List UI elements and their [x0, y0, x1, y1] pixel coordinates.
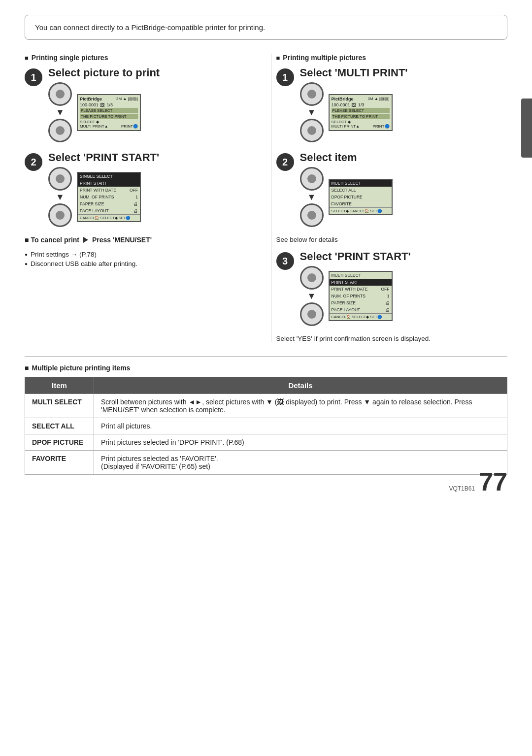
arrow-down-left-s2: ▼: [56, 193, 65, 201]
dial-top-right-s3: [300, 266, 324, 290]
step1-title-right: Select 'MULTI PRINT': [300, 66, 508, 79]
dial-top-left-s2: [48, 167, 72, 191]
arrow-down-right-s3: ▼: [307, 292, 316, 300]
dial-col-right-s1: ▼: [300, 82, 324, 142]
step2-number-left: 2: [25, 153, 42, 171]
dial-bottom-left-s1: [48, 119, 72, 142]
step1-content-right: Select 'MULTI PRINT' ▼: [300, 66, 508, 142]
arrow-right-icon: [83, 237, 88, 243]
right-sidebar-accent: [521, 99, 532, 158]
step1-title-left: Select picture to print: [48, 66, 256, 79]
see-below-text: See below for details: [276, 236, 508, 243]
right-section-heading: Printing multiple pictures: [276, 54, 508, 62]
item-cell-3: FAVORITE: [25, 451, 94, 475]
lcd-menu-left-s2: SINGLE SELECT PRINT START PRINT WITH DAT…: [77, 172, 141, 222]
top-note-text: You can connect directly to a PictBridge…: [35, 23, 265, 32]
step3-content-right: Select 'PRINT START' ▼: [300, 250, 508, 326]
step2-dial-screen-left: ▼ SINGLE SELECT PRINT START: [48, 167, 256, 227]
cancel-block: To cancel print Press 'MENU/SET': [25, 236, 256, 244]
dial-col-right-s2: ▼: [300, 167, 324, 227]
dial-bottom-left-s2: [48, 203, 72, 227]
details-cell-1: Print all pictures.: [94, 418, 507, 434]
right-step2: 2 Select item ▼: [276, 151, 508, 227]
bullet-item-1: Print settings → (P.78): [25, 251, 256, 258]
item-cell-2: DPOF PICTURE: [25, 434, 94, 451]
table-row: DPOF PICTURE Print pictures selected in …: [25, 434, 507, 451]
lcd-menu-right-s2: MULTI SELECT SELECT ALL DPOF PICTURE FAV…: [329, 179, 393, 215]
bullet-item-2: Disconnect USB cable after printing.: [25, 260, 256, 267]
step2-content-right: Select item ▼: [300, 151, 508, 227]
step1-content-left: Select picture to print ▼: [48, 66, 256, 142]
step2-title-right: Select item: [300, 151, 508, 164]
details-cell-3: Print pictures selected as 'FAVORITE'. (…: [94, 451, 507, 475]
page-container: You can connect directly to a PictBridge…: [0, 0, 532, 504]
step1-dial-screen-right: ▼ PictBridge 3M ▲ [▨▨] 100-0001 🖼 1/3: [300, 82, 508, 142]
arrow-down-right-s2: ▼: [307, 193, 316, 201]
dial-col-right-s3: ▼: [300, 266, 324, 326]
right-step1: 1 Select 'MULTI PRINT' ▼: [276, 66, 508, 142]
item-cell-1: SELECT ALL: [25, 418, 94, 434]
two-col-layout: Printing single pictures 1 Select pictur…: [25, 54, 507, 342]
step2-content-left: Select 'PRINT START' ▼: [48, 151, 256, 227]
select-yes-text: Select 'YES' if print confirmation scree…: [276, 335, 508, 342]
lcd-right-s1: PictBridge 3M ▲ [▨▨] 100-0001 🖼 1/3 PLEA…: [329, 94, 393, 131]
dial-top-right-s2: [300, 167, 324, 191]
dial-bottom-right-s3: [300, 302, 324, 326]
details-cell-2: Print pictures selected in 'DPOF PRINT'.…: [94, 434, 507, 451]
right-step3: 3 Select 'PRINT START' ▼: [276, 250, 508, 326]
bullet-list: Print settings → (P.78) Disconnect USB c…: [25, 251, 256, 267]
lcd-menu-header-right-s2: MULTI SELECT: [330, 180, 392, 187]
footer-page: 77: [479, 469, 507, 494]
step3-title-right: Select 'PRINT START': [300, 250, 508, 263]
col-header-item: Item: [25, 377, 94, 394]
step2-number-right: 2: [276, 153, 294, 171]
dial-top-left-s1: [48, 82, 72, 106]
details-table: Item Details MULTI SELECT Scroll between…: [25, 377, 507, 475]
dial-top-right-s1: [300, 82, 324, 106]
arrow-down-left-s1: ▼: [56, 108, 65, 117]
footer-code: VQT1B61: [449, 485, 475, 492]
top-note: You can connect directly to a PictBridge…: [25, 15, 507, 40]
arrow-down-right-s1: ▼: [307, 108, 316, 117]
dial-bottom-right-s2: [300, 203, 324, 227]
col-right: Printing multiple pictures 1 Select 'MUL…: [271, 54, 508, 342]
dial-bottom-right-s1: [300, 119, 324, 142]
left-step1: 1 Select picture to print ▼: [25, 66, 256, 142]
lcd-left-s1: PictBridge 3M ▲ [▨▨] 100-0001 🖼 1/3 PLEA…: [77, 94, 141, 131]
left-step2: 2 Select 'PRINT START' ▼: [25, 151, 256, 227]
step3-number-right: 3: [276, 252, 294, 270]
step1-number-left: 1: [25, 68, 42, 86]
table-section: Multiple picture printing items Item Det…: [25, 356, 507, 475]
col-header-details: Details: [94, 377, 507, 394]
step3-dial-screen-right: ▼ MULTI SELECT PRINT START: [300, 266, 508, 326]
step1-number-right: 1: [276, 68, 294, 86]
dial-col-left-s2: ▼: [48, 167, 72, 227]
cancel-heading: To cancel print Press 'MENU/SET': [25, 236, 256, 244]
table-row: MULTI SELECT Scroll between pictures wit…: [25, 394, 507, 418]
left-section-heading: Printing single pictures: [25, 54, 256, 62]
col-left: Printing single pictures 1 Select pictur…: [25, 54, 261, 342]
step2-dial-screen-right: ▼ MULTI SELECT SELECT ALL: [300, 167, 508, 227]
details-cell-0: Scroll between pictures with ◄►, select …: [94, 394, 507, 418]
page-footer: VQT1B61 77: [449, 469, 507, 494]
dial-col-left-s1: ▼: [48, 82, 72, 142]
step1-dial-screen-left: ▼ PictBridge 3M ▲ [▨▨] 100-0001 🖼 1/3: [48, 82, 256, 142]
table-row: SELECT ALL Print all pictures.: [25, 418, 507, 434]
item-cell-0: MULTI SELECT: [25, 394, 94, 418]
step2-title-left: Select 'PRINT START': [48, 151, 256, 164]
table-heading: Multiple picture printing items: [25, 364, 507, 372]
lcd-menu-header-left-s2: SINGLE SELECT: [78, 173, 140, 180]
table-row: FAVORITE Print pictures selected as 'FAV…: [25, 451, 507, 475]
lcd-menu-right-s3: MULTI SELECT PRINT START PRINT WITH DATE…: [329, 271, 393, 321]
